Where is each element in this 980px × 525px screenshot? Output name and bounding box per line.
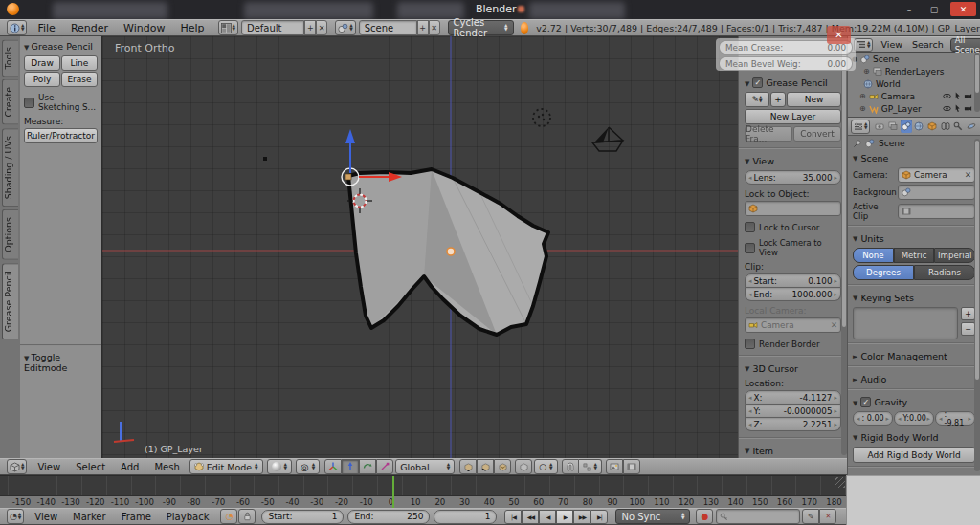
line-button[interactable]: Line: [61, 55, 98, 71]
properties-scrollbar[interactable]: [975, 141, 979, 380]
jump-to-start-button[interactable]: |◀: [504, 510, 522, 524]
rigid-body-header[interactable]: Rigid Body World: [853, 432, 975, 443]
use-sketching-row[interactable]: Use Sketching S...: [24, 93, 98, 112]
overlay-close-button[interactable]: ✕: [827, 26, 851, 44]
render-opengl-button[interactable]: [606, 459, 623, 474]
expand-icon[interactable]: ⊕: [859, 104, 866, 113]
pivot-dropdown[interactable]: ◎: [296, 459, 320, 474]
menu-mesh[interactable]: Mesh: [146, 462, 187, 472]
proportional-edit-dropdown[interactable]: ○: [534, 459, 557, 474]
mode-dropdown[interactable]: Edit Mode: [189, 459, 263, 474]
editor-type-button[interactable]: [7, 20, 27, 35]
clip-start-slider[interactable]: Start:0.100: [745, 273, 841, 288]
outliner-row-scene[interactable]: ● Scene: [848, 53, 980, 65]
timeline-marker-menu[interactable]: Marker: [65, 512, 114, 522]
face-select-button[interactable]: [494, 459, 511, 474]
sync-mode-dropdown[interactable]: No Sync: [615, 509, 690, 524]
play-reverse-button[interactable]: ◀: [539, 510, 556, 524]
close-button[interactable]: ✕: [950, 2, 976, 16]
outliner-scrollbar[interactable]: [975, 55, 979, 93]
tab-render-layers[interactable]: [887, 120, 899, 133]
outliner-row-gp-layer[interactable]: ⊕ GP_Layer: [848, 102, 980, 115]
scene-name-field[interactable]: Scene: [359, 20, 417, 35]
clear-icon[interactable]: ✕: [831, 320, 837, 330]
tab-render[interactable]: [874, 120, 885, 133]
scene-selector-button[interactable]: [335, 20, 355, 35]
preview-range-button[interactable]: ◔: [220, 509, 237, 524]
properties-editor-button[interactable]: [851, 120, 870, 134]
delete-keyframe-button[interactable]: ✕: [819, 509, 836, 524]
active-clip-field[interactable]: [898, 204, 975, 219]
convert-button[interactable]: Convert: [793, 126, 841, 142]
edge-select-button[interactable]: [477, 459, 494, 474]
active-keying-set-field[interactable]: [716, 509, 800, 524]
timeline-view-menu[interactable]: View: [27, 512, 65, 522]
units-none-button[interactable]: None: [853, 248, 894, 263]
timeline-playback-menu[interactable]: Playback: [159, 512, 217, 522]
gravity-x-slider[interactable]: : 0.00: [853, 411, 893, 426]
add-keying-set-button[interactable]: +: [961, 307, 975, 320]
outliner-view-menu[interactable]: View: [876, 39, 907, 50]
keying-sets-list[interactable]: [853, 307, 958, 339]
gp-add-button[interactable]: +: [770, 92, 786, 107]
grease-pencil-panel-header[interactable]: Grease Pencil: [24, 41, 98, 52]
record-button[interactable]: ●: [696, 509, 713, 524]
units-degrees-button[interactable]: Degrees: [853, 265, 914, 280]
insert-keyframe-button[interactable]: ✎: [802, 509, 819, 524]
screen-layout-button[interactable]: [218, 20, 238, 35]
tab-tools[interactable]: Tools: [2, 39, 18, 77]
minimize-button[interactable]: –: [900, 2, 919, 16]
add-layout-button[interactable]: +: [304, 20, 316, 35]
next-keyframe-button[interactable]: ▶▶: [573, 510, 590, 524]
render-restrict-icon[interactable]: [964, 104, 972, 113]
delete-scene-button[interactable]: ✕: [429, 20, 440, 35]
jump-to-end-button[interactable]: ▶|: [590, 510, 608, 524]
mean-bevel-slider[interactable]: Mean Bevel Weig:0.00: [719, 56, 853, 71]
menu-add[interactable]: Add: [113, 462, 146, 472]
manipulator-axes-button[interactable]: [324, 459, 342, 474]
gravity-panel-header[interactable]: Gravity: [853, 397, 975, 407]
units-panel-header[interactable]: Units: [853, 233, 975, 244]
add-rigid-body-world-button[interactable]: Add Rigid Body World: [853, 447, 975, 463]
tab-world[interactable]: [914, 120, 925, 133]
local-camera-field[interactable]: Camera ✕: [745, 317, 841, 333]
tab-grease-pencil[interactable]: Grease Pencil: [2, 263, 18, 339]
timeline-ruler[interactable]: -150-140-130-120-110-100-90-80-70-60-50-…: [0, 475, 846, 508]
outliner-row-world[interactable]: World: [848, 77, 980, 90]
expand-icon[interactable]: ⊕: [863, 67, 870, 76]
render-opengl-anim-button[interactable]: [623, 459, 640, 474]
current-frame-field[interactable]: 1: [434, 510, 497, 524]
selectability-pointer-icon[interactable]: [953, 104, 962, 113]
outliner-editor-button[interactable]: [854, 38, 873, 52]
occlude-geometry-button[interactable]: [515, 459, 532, 474]
units-imperial-button[interactable]: Imperial: [934, 248, 975, 263]
current-frame-playhead[interactable]: [392, 476, 394, 509]
tab-constraints[interactable]: [940, 120, 951, 133]
tab-modifiers[interactable]: [953, 120, 965, 133]
gp-checkbox[interactable]: [752, 77, 763, 88]
gp-new-button[interactable]: New: [787, 92, 841, 107]
manipulator-translate-button[interactable]: [342, 459, 359, 474]
gravity-y-slider[interactable]: Y:0.00: [894, 411, 934, 426]
clear-icon[interactable]: ✕: [965, 170, 971, 180]
cursor-x-slider[interactable]: X:-4.1127: [745, 390, 841, 405]
timeline-frame-menu[interactable]: Frame: [114, 512, 159, 522]
editor-type-button[interactable]: [7, 459, 27, 474]
lock-camera-row[interactable]: Lock Camera to View: [745, 238, 841, 257]
audio-panel-header[interactable]: Audio: [853, 374, 975, 384]
snap-toggle-button[interactable]: [562, 459, 579, 474]
gp-brush-dropdown[interactable]: ✎: [745, 92, 769, 107]
gp-panel-header[interactable]: Grease Pencil: [745, 77, 841, 88]
scene-panel-header[interactable]: Scene: [853, 153, 975, 164]
menu-window[interactable]: Window: [116, 22, 172, 34]
vertex-select-button[interactable]: [459, 459, 477, 474]
tab-shading-uvs[interactable]: Shading / UVs: [2, 128, 18, 207]
lock-frame-range-button[interactable]: [238, 509, 256, 524]
outliner-row-camera[interactable]: ⊕ Camera: [848, 90, 980, 102]
timeline-frame-area[interactable]: [0, 476, 846, 495]
redo-panel-header[interactable]: Toggle Editmode: [24, 352, 98, 373]
visibility-eye-icon[interactable]: [943, 104, 951, 113]
render-engine-dropdown[interactable]: Cycles Render: [448, 20, 514, 35]
menu-select[interactable]: Select: [68, 462, 113, 472]
add-scene-button[interactable]: +: [417, 20, 429, 35]
